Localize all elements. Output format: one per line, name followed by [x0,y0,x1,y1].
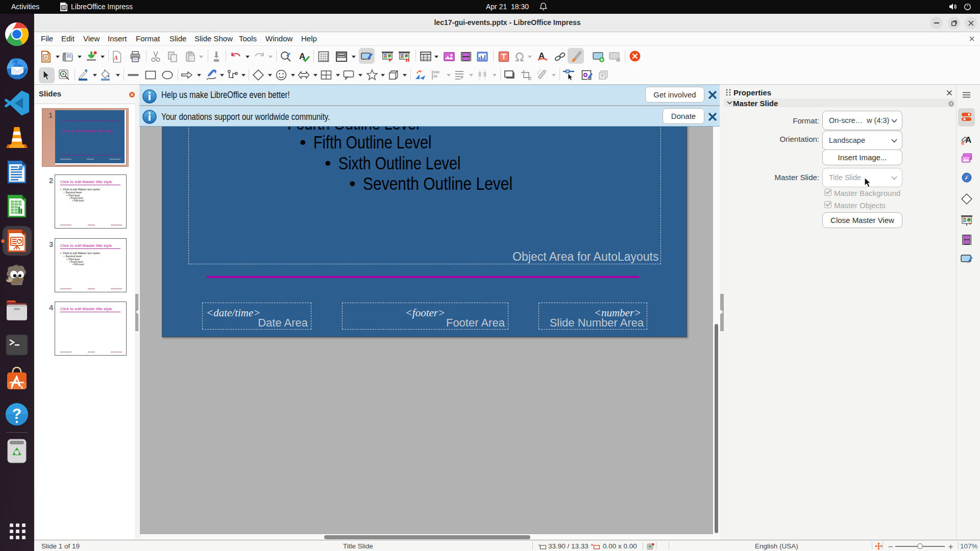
svg-text:A: A [965,135,971,145]
svg-text:?: ? [12,405,21,422]
svg-text:A: A [113,54,118,61]
